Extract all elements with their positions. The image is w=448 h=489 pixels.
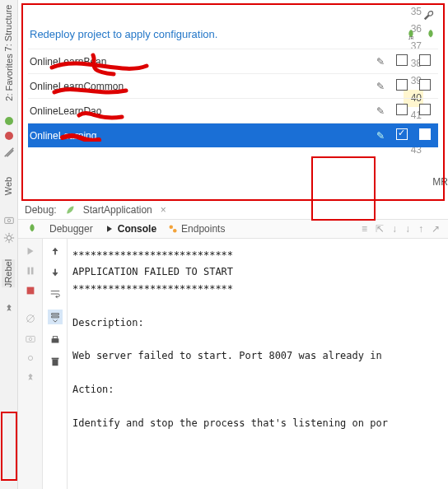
svg-point-6 bbox=[170, 226, 174, 230]
svg-point-4 bbox=[7, 235, 11, 240]
console-play-icon bbox=[105, 224, 114, 234]
menu-icon[interactable]: ≡ bbox=[362, 223, 367, 235]
tab-debugger[interactable]: Debugger bbox=[49, 223, 93, 235]
pause-icon[interactable] bbox=[25, 265, 36, 277]
tab-console-label: Console bbox=[118, 223, 156, 235]
module-row[interactable]: OnlineLearning ✎ bbox=[28, 123, 438, 147]
module-row[interactable]: OnlineLearnCommon ✎ bbox=[28, 73, 438, 98]
svg-rect-21 bbox=[51, 358, 58, 360]
jrebel-panel: Redeploy project to apply configuration.… bbox=[21, 3, 445, 201]
stop-icon[interactable] bbox=[25, 285, 36, 296]
checkbox-xr[interactable] bbox=[419, 104, 431, 115]
svg-rect-8 bbox=[27, 268, 30, 275]
debug-config-tabs: Debug: StartApplication × bbox=[18, 201, 448, 219]
more-icon[interactable]: ↗ bbox=[432, 223, 440, 235]
run-gutter bbox=[18, 239, 43, 489]
checkbox-xr[interactable] bbox=[419, 128, 431, 140]
svg-rect-17 bbox=[54, 269, 56, 273]
pencil-icon[interactable]: ✎ bbox=[371, 130, 390, 142]
redeploy-banner: Redeploy project to apply configuration.… bbox=[28, 23, 438, 49]
svg-rect-13 bbox=[26, 336, 35, 342]
checkbox-jr[interactable] bbox=[396, 128, 408, 140]
checkbox-xr[interactable] bbox=[419, 54, 431, 66]
banner-text: Redeploy project to apply configuration. bbox=[30, 28, 217, 40]
soft-wrap-icon[interactable] bbox=[49, 288, 61, 300]
close-icon[interactable]: × bbox=[161, 204, 166, 216]
run-leaf-icon bbox=[65, 205, 75, 215]
rocket-small-icon[interactable] bbox=[26, 223, 38, 235]
svg-rect-20 bbox=[52, 359, 58, 366]
gear-icon[interactable] bbox=[3, 232, 15, 244]
arrow-up-icon[interactable] bbox=[49, 245, 61, 257]
svg-rect-2 bbox=[4, 217, 13, 223]
gear-icon[interactable] bbox=[25, 352, 36, 364]
wrench-icon[interactable] bbox=[423, 10, 435, 21]
tab-jrebel[interactable]: JRebel bbox=[2, 259, 16, 287]
module-name: OnlineLearnBean bbox=[30, 56, 371, 68]
left-tool-strip: 7: Structure 2: Favorites Web JRebel bbox=[0, 0, 18, 489]
pencil-icon[interactable]: ✎ bbox=[371, 81, 390, 92]
module-name: OnlineLearnCommon bbox=[30, 81, 371, 92]
trash-icon[interactable] bbox=[49, 356, 61, 367]
pencil-icon[interactable]: ✎ bbox=[371, 105, 390, 117]
svg-point-3 bbox=[7, 219, 11, 222]
svg-text:JR: JR bbox=[408, 35, 414, 40]
tab-endpoints[interactable]: Endpoints bbox=[168, 223, 225, 235]
red-dot-icon bbox=[5, 132, 13, 140]
svg-point-7 bbox=[173, 229, 177, 233]
module-row[interactable]: OnlineLearnDao ✎ bbox=[28, 98, 438, 123]
pin-icon[interactable] bbox=[25, 372, 36, 384]
print-icon[interactable] bbox=[49, 334, 61, 346]
checkbox-jr[interactable] bbox=[396, 104, 408, 115]
module-name: OnlineLearnDao bbox=[30, 105, 371, 117]
svg-rect-10 bbox=[26, 287, 34, 295]
endpoints-icon bbox=[168, 224, 178, 234]
slash-icon[interactable] bbox=[3, 147, 15, 158]
rocket-jr-icon[interactable]: JR bbox=[405, 29, 417, 40]
checkbox-xr[interactable] bbox=[419, 79, 431, 91]
svg-rect-16 bbox=[54, 250, 56, 254]
debug-label: Debug: bbox=[25, 204, 57, 216]
tab-favorites[interactable]: 2: Favorites bbox=[4, 54, 14, 100]
svg-point-14 bbox=[29, 338, 32, 341]
scroll-end-icon[interactable] bbox=[49, 311, 61, 323]
console-gutter bbox=[43, 239, 68, 489]
console-wrap: *************************** APPLICATION … bbox=[18, 239, 448, 489]
svg-point-15 bbox=[28, 356, 32, 360]
camera-icon[interactable] bbox=[3, 214, 15, 226]
rocket-icon[interactable] bbox=[425, 29, 436, 40]
mute-bp-icon[interactable] bbox=[25, 313, 36, 324]
run-config-name[interactable]: StartApplication bbox=[83, 204, 152, 216]
pin-icon[interactable] bbox=[3, 303, 15, 314]
module-name: OnlineLearning bbox=[30, 130, 371, 142]
tab-console[interactable]: Console bbox=[105, 223, 156, 235]
svg-rect-19 bbox=[53, 337, 57, 339]
upload-icon[interactable]: ↑ bbox=[418, 223, 423, 235]
tab-web[interactable]: Web bbox=[4, 177, 14, 195]
arrow-down-icon[interactable] bbox=[49, 267, 61, 278]
checkbox-jr[interactable] bbox=[396, 54, 408, 66]
svg-rect-18 bbox=[51, 338, 58, 342]
resume-icon[interactable] bbox=[25, 245, 36, 257]
green-dot-icon bbox=[5, 117, 13, 125]
checkbox-jr[interactable] bbox=[396, 79, 408, 91]
module-row[interactable]: OnlineLearnBean ✎ bbox=[28, 49, 438, 73]
download-icon[interactable]: ↓ bbox=[405, 223, 410, 235]
svg-rect-9 bbox=[30, 268, 33, 275]
pencil-icon[interactable]: ✎ bbox=[371, 56, 390, 68]
console-output[interactable]: *************************** APPLICATION … bbox=[68, 239, 448, 489]
tab-endpoints-label: Endpoints bbox=[181, 223, 225, 235]
download-icon[interactable]: ↓ bbox=[392, 223, 397, 235]
tab-structure[interactable]: 7: Structure bbox=[4, 5, 14, 52]
export-up-icon[interactable]: ⇱ bbox=[376, 223, 384, 235]
debug-tool-tabs: Debugger Console Endpoints ≡ ⇱ ↓ ↓ ↑ ↗ bbox=[18, 219, 448, 239]
camera-icon[interactable] bbox=[25, 333, 36, 344]
